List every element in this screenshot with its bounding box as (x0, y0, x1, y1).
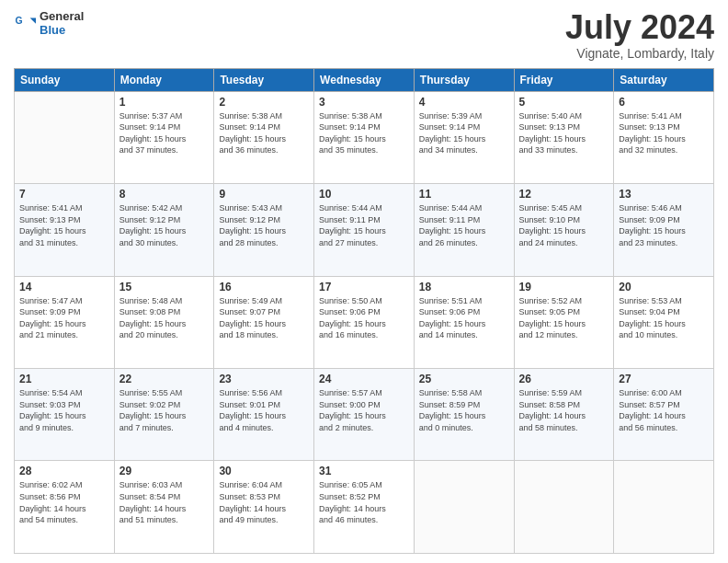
day-info: Sunrise: 6:04 AM Sunset: 8:53 PM Dayligh… (219, 479, 309, 525)
day-cell: 13Sunrise: 5:46 AM Sunset: 9:09 PM Dayli… (614, 184, 714, 276)
month-title: July 2024 (565, 9, 714, 46)
day-cell: 16Sunrise: 5:49 AM Sunset: 9:07 PM Dayli… (214, 276, 314, 368)
day-info: Sunrise: 5:56 AM Sunset: 9:01 PM Dayligh… (219, 387, 309, 433)
day-info: Sunrise: 6:05 AM Sunset: 8:52 PM Dayligh… (319, 479, 409, 525)
header-cell-monday: Monday (114, 68, 214, 91)
day-info: Sunrise: 5:58 AM Sunset: 8:59 PM Dayligh… (419, 387, 509, 433)
header-cell-thursday: Thursday (414, 68, 514, 91)
day-cell: 2Sunrise: 5:38 AM Sunset: 9:14 PM Daylig… (214, 91, 314, 183)
day-number: 23 (219, 373, 309, 385)
day-cell (15, 91, 115, 183)
day-info: Sunrise: 5:44 AM Sunset: 9:11 PM Dayligh… (319, 202, 409, 248)
day-info: Sunrise: 5:47 AM Sunset: 9:09 PM Dayligh… (19, 295, 109, 341)
day-cell: 17Sunrise: 5:50 AM Sunset: 9:06 PM Dayli… (314, 276, 415, 368)
day-info: Sunrise: 5:51 AM Sunset: 9:06 PM Dayligh… (419, 295, 509, 341)
day-cell: 8Sunrise: 5:42 AM Sunset: 9:12 PM Daylig… (114, 184, 214, 276)
header-cell-tuesday: Tuesday (214, 68, 314, 91)
day-cell: 28Sunrise: 6:02 AM Sunset: 8:56 PM Dayli… (15, 461, 115, 554)
day-number: 16 (219, 281, 309, 293)
week-row: 7Sunrise: 5:41 AM Sunset: 9:13 PM Daylig… (15, 184, 714, 276)
day-info: Sunrise: 5:42 AM Sunset: 9:12 PM Dayligh… (119, 202, 210, 248)
day-info: Sunrise: 5:44 AM Sunset: 9:11 PM Dayligh… (419, 202, 509, 248)
day-cell: 23Sunrise: 5:56 AM Sunset: 9:01 PM Dayli… (214, 369, 314, 461)
day-cell: 30Sunrise: 6:04 AM Sunset: 8:53 PM Dayli… (214, 461, 314, 554)
logo: G General Blue (14, 9, 84, 37)
day-cell: 3Sunrise: 5:38 AM Sunset: 9:14 PM Daylig… (314, 91, 415, 183)
day-number: 4 (419, 96, 509, 109)
day-number: 7 (19, 188, 109, 201)
day-cell: 7Sunrise: 5:41 AM Sunset: 9:13 PM Daylig… (15, 184, 115, 276)
day-cell (614, 461, 714, 554)
day-number: 12 (519, 188, 609, 201)
day-cell: 5Sunrise: 5:40 AM Sunset: 9:13 PM Daylig… (514, 91, 614, 183)
day-info: Sunrise: 5:38 AM Sunset: 9:14 PM Dayligh… (219, 110, 309, 156)
day-info: Sunrise: 5:53 AM Sunset: 9:04 PM Dayligh… (619, 295, 709, 341)
day-number: 9 (219, 188, 309, 201)
day-number: 10 (319, 188, 409, 201)
day-cell: 14Sunrise: 5:47 AM Sunset: 9:09 PM Dayli… (15, 276, 115, 368)
day-cell: 29Sunrise: 6:03 AM Sunset: 8:54 PM Dayli… (114, 461, 214, 554)
day-cell: 6Sunrise: 5:41 AM Sunset: 9:13 PM Daylig… (614, 91, 714, 183)
day-info: Sunrise: 5:57 AM Sunset: 9:00 PM Dayligh… (319, 387, 409, 433)
day-cell: 18Sunrise: 5:51 AM Sunset: 9:06 PM Dayli… (414, 276, 514, 368)
day-info: Sunrise: 6:00 AM Sunset: 8:57 PM Dayligh… (619, 387, 709, 433)
day-info: Sunrise: 6:03 AM Sunset: 8:54 PM Dayligh… (119, 479, 210, 525)
calendar-page: G General Blue July 2024 Vignate, Lombar… (0, 0, 728, 563)
day-info: Sunrise: 5:59 AM Sunset: 8:58 PM Dayligh… (519, 387, 609, 433)
week-row: 21Sunrise: 5:54 AM Sunset: 9:03 PM Dayli… (15, 369, 714, 461)
day-cell: 19Sunrise: 5:52 AM Sunset: 9:05 PM Dayli… (514, 276, 614, 368)
day-number: 8 (119, 188, 210, 201)
day-info: Sunrise: 5:55 AM Sunset: 9:02 PM Dayligh… (119, 387, 210, 433)
day-number: 20 (619, 281, 709, 293)
day-number: 22 (119, 373, 210, 385)
day-info: Sunrise: 5:40 AM Sunset: 9:13 PM Dayligh… (519, 110, 609, 156)
header-cell-friday: Friday (514, 68, 614, 91)
day-cell: 15Sunrise: 5:48 AM Sunset: 9:08 PM Dayli… (114, 276, 214, 368)
day-number: 6 (619, 96, 709, 109)
day-number: 28 (19, 465, 109, 477)
day-cell: 21Sunrise: 5:54 AM Sunset: 9:03 PM Dayli… (15, 369, 115, 461)
day-info: Sunrise: 5:52 AM Sunset: 9:05 PM Dayligh… (519, 295, 609, 341)
header-row: SundayMondayTuesdayWednesdayThursdayFrid… (15, 68, 714, 91)
day-number: 3 (319, 96, 409, 109)
day-cell: 31Sunrise: 6:05 AM Sunset: 8:52 PM Dayli… (314, 461, 415, 554)
day-number: 27 (619, 373, 709, 385)
day-number: 21 (19, 373, 109, 385)
day-number: 5 (519, 96, 609, 109)
header: G General Blue July 2024 Vignate, Lombar… (14, 9, 714, 61)
week-row: 14Sunrise: 5:47 AM Sunset: 9:09 PM Dayli… (15, 276, 714, 368)
day-cell: 10Sunrise: 5:44 AM Sunset: 9:11 PM Dayli… (314, 184, 415, 276)
day-info: Sunrise: 5:45 AM Sunset: 9:10 PM Dayligh… (519, 202, 609, 248)
day-info: Sunrise: 5:37 AM Sunset: 9:14 PM Dayligh… (119, 110, 210, 156)
day-cell: 11Sunrise: 5:44 AM Sunset: 9:11 PM Dayli… (414, 184, 514, 276)
day-cell: 12Sunrise: 5:45 AM Sunset: 9:10 PM Dayli… (514, 184, 614, 276)
day-info: Sunrise: 5:41 AM Sunset: 9:13 PM Dayligh… (19, 202, 109, 248)
day-number: 30 (219, 465, 309, 477)
day-cell: 26Sunrise: 5:59 AM Sunset: 8:58 PM Dayli… (514, 369, 614, 461)
day-info: Sunrise: 5:48 AM Sunset: 9:08 PM Dayligh… (119, 295, 210, 341)
day-cell (514, 461, 614, 554)
day-cell: 4Sunrise: 5:39 AM Sunset: 9:14 PM Daylig… (414, 91, 514, 183)
day-cell: 20Sunrise: 5:53 AM Sunset: 9:04 PM Dayli… (614, 276, 714, 368)
title-block: July 2024 Vignate, Lombardy, Italy (565, 9, 714, 61)
day-info: Sunrise: 5:39 AM Sunset: 9:14 PM Dayligh… (419, 110, 509, 156)
svg-text:G: G (16, 16, 23, 26)
day-cell: 25Sunrise: 5:58 AM Sunset: 8:59 PM Dayli… (414, 369, 514, 461)
svg-marker-1 (30, 17, 36, 23)
day-number: 14 (19, 281, 109, 293)
day-number: 29 (119, 465, 210, 477)
week-row: 1Sunrise: 5:37 AM Sunset: 9:14 PM Daylig… (15, 91, 714, 183)
day-number: 15 (119, 281, 210, 293)
day-number: 11 (419, 188, 509, 201)
day-cell: 24Sunrise: 5:57 AM Sunset: 9:00 PM Dayli… (314, 369, 415, 461)
header-cell-wednesday: Wednesday (314, 68, 415, 91)
day-cell: 9Sunrise: 5:43 AM Sunset: 9:12 PM Daylig… (214, 184, 314, 276)
logo-icon: G (14, 12, 36, 34)
day-number: 1 (119, 96, 210, 109)
week-row: 28Sunrise: 6:02 AM Sunset: 8:56 PM Dayli… (15, 461, 714, 554)
day-number: 25 (419, 373, 509, 385)
header-cell-saturday: Saturday (614, 68, 714, 91)
day-info: Sunrise: 5:41 AM Sunset: 9:13 PM Dayligh… (619, 110, 709, 156)
day-number: 2 (219, 96, 309, 109)
day-cell: 1Sunrise: 5:37 AM Sunset: 9:14 PM Daylig… (114, 91, 214, 183)
